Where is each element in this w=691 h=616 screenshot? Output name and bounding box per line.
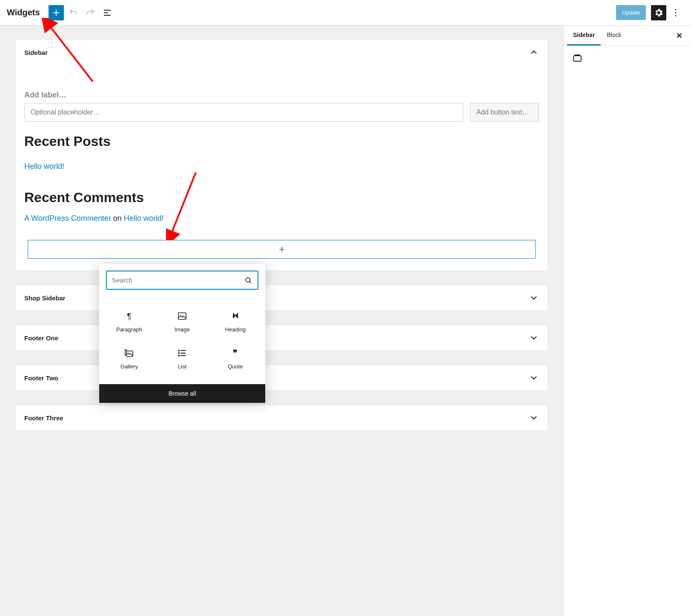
browse-all-button[interactable]: Browse all [99, 384, 265, 403]
list-view-button[interactable] [100, 5, 115, 20]
page-title: Widgets [7, 8, 40, 17]
gear-icon [654, 8, 664, 18]
block-inserter-popover: ¶ Paragraph Image Heading Gallery [99, 264, 265, 403]
commenter-link[interactable]: A WordPress Commenter [24, 214, 111, 222]
svg-point-1 [675, 12, 676, 13]
block-heading[interactable]: Heading [209, 303, 262, 340]
widget-area-title: Shop Sidebar [24, 294, 66, 302]
block-label: Gallery [120, 363, 138, 370]
image-icon [177, 311, 187, 321]
widget-area-shop-sidebar-header[interactable]: Shop Sidebar [16, 285, 548, 311]
block-label: Heading [225, 326, 245, 333]
block-gallery[interactable]: Gallery [103, 340, 156, 377]
widget-area-footer-two: Footer Two [15, 365, 548, 391]
block-label: Quote [228, 363, 243, 370]
widget-area-footer-two-header[interactable]: Footer Two [16, 365, 548, 391]
chevron-down-icon [529, 413, 539, 423]
redo-icon [85, 8, 95, 18]
more-options-button[interactable] [668, 5, 683, 20]
redo-button[interactable] [83, 5, 98, 20]
canvas: Sidebar Add label… Recent Posts Hello wo… [0, 26, 563, 616]
heading-icon [230, 311, 241, 321]
settings-button[interactable] [651, 5, 666, 20]
block-label: List [178, 363, 186, 370]
widget-area-footer-one: Footer One [15, 325, 548, 351]
widget-area-shop-sidebar: Shop Sidebar [15, 285, 548, 311]
widget-area-icon [572, 53, 582, 63]
widget-area-footer-three: Footer Three [15, 405, 548, 431]
undo-icon [68, 8, 78, 18]
recent-comment-item: A WordPress Commenter on Hello world! [24, 214, 539, 223]
chevron-down-icon [529, 293, 539, 303]
widget-area-footer-one-header[interactable]: Footer One [16, 325, 548, 351]
chevron-up-icon [529, 47, 539, 57]
block-list[interactable]: List [156, 340, 209, 377]
widget-area-title: Sidebar [24, 49, 48, 56]
recent-post-link[interactable]: Hello world! [24, 162, 64, 171]
block-paragraph[interactable]: ¶ Paragraph [103, 303, 156, 340]
chevron-down-icon [529, 333, 539, 343]
plus-icon [278, 245, 286, 254]
block-quote[interactable]: ❞ Quote [209, 340, 262, 377]
block-label: Paragraph [116, 326, 142, 333]
chevron-down-icon [529, 373, 539, 383]
inserter-search-input[interactable] [106, 271, 258, 290]
list-icon [177, 348, 187, 358]
svg-point-0 [675, 9, 676, 10]
paragraph-icon: ¶ [124, 311, 134, 321]
widget-area-footer-three-header[interactable]: Footer Three [16, 405, 548, 431]
undo-button[interactable] [66, 5, 81, 20]
svg-point-2 [675, 15, 676, 16]
widget-area-title: Footer Three [24, 414, 63, 422]
more-vertical-icon [671, 8, 681, 18]
quote-icon: ❞ [230, 348, 241, 358]
recent-posts-heading: Recent Posts [24, 134, 539, 149]
svg-point-9 [178, 353, 179, 354]
add-block-appender[interactable] [28, 240, 536, 259]
gallery-icon [124, 348, 134, 358]
comment-on-text: on [111, 214, 124, 222]
svg-point-5 [246, 278, 250, 282]
update-button[interactable]: Update [616, 5, 646, 20]
svg-point-8 [178, 350, 179, 351]
widget-area-sidebar-header[interactable]: Sidebar [16, 40, 548, 65]
add-block-button[interactable] [49, 5, 64, 20]
widget-area-title: Footer Two [24, 374, 58, 382]
widget-area-sidebar: Sidebar Add label… Recent Posts Hello wo… [15, 39, 548, 271]
search-icon [244, 276, 252, 285]
search-button-text-input[interactable] [470, 103, 539, 122]
svg-point-10 [178, 355, 179, 356]
svg-rect-6 [178, 313, 186, 319]
svg-rect-11 [573, 56, 581, 61]
tab-block[interactable]: Block [601, 26, 627, 46]
widget-area-title: Footer One [24, 334, 58, 342]
tab-sidebar[interactable]: Sidebar [567, 26, 601, 46]
block-label: Image [175, 326, 190, 333]
top-toolbar: Widgets Update [0, 0, 691, 26]
block-image[interactable]: Image [156, 303, 209, 340]
recent-comments-heading: Recent Comments [24, 190, 539, 205]
search-label[interactable]: Add label… [24, 91, 539, 100]
plus-icon [51, 8, 61, 18]
search-placeholder-input[interactable] [24, 103, 463, 122]
close-sidebar-button[interactable]: ✕ [671, 28, 688, 44]
comment-post-link[interactable]: Hello world! [124, 214, 164, 222]
list-view-icon [102, 8, 112, 18]
settings-sidebar: Sidebar Block ✕ [563, 26, 691, 616]
